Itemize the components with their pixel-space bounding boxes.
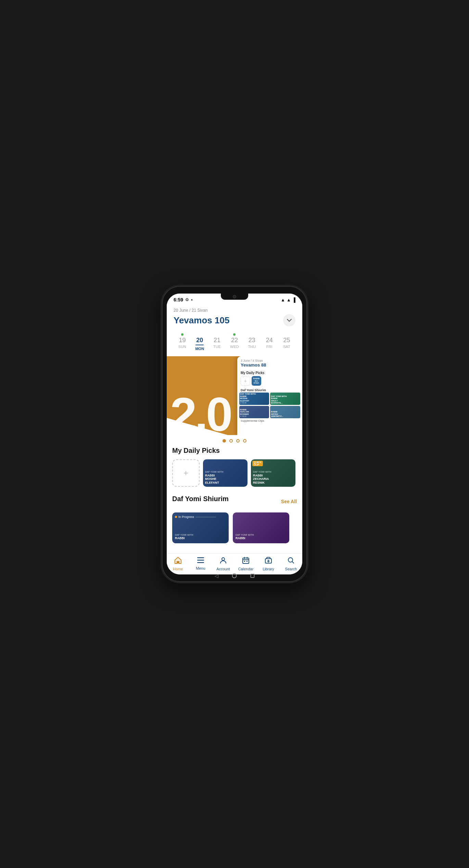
svg-point-4 [222,558,225,560]
settings-status-icon: ⚙ [185,297,189,302]
signal-icon: ▲ [287,297,291,302]
nav-home[interactable]: Home [169,556,187,571]
cal-label-sat: SAT [283,345,290,349]
nav-library[interactable]: Library [260,556,277,571]
see-all-button[interactable]: See All [281,499,297,504]
nav-calendar-label: Calendar [238,567,254,571]
account-icon [219,556,227,566]
cal-day-mon[interactable]: 20 MON [193,333,206,351]
picks-row: + DAF YOMI WITH RABBIMOSHEELEFANT QUICKC… [172,459,297,488]
preview-card-elefant: DAF YOMI WITHRABBIMOSHEELEFANT⏱ 55:08 [239,393,269,405]
back-button[interactable]: ◁ [215,573,218,579]
nav-menu-label: Menu [196,566,205,570]
daily-picks-section: My Daily Picks + DAF YOMI WITH RABBIMOSH… [167,447,302,550]
banner-section[interactable]: 2.0 3 June / 4 Sivan Yevamos 88 My Daily… [167,356,302,435]
cal-dot-tue [216,333,218,336]
cal-label-tue: TUE [213,345,221,349]
nav-search-label: Search [285,567,297,571]
bottom-nav: Home Menu [167,553,302,574]
shiur-card-1[interactable]: In Progress DAF YOMI WITH RABBI [172,512,229,543]
calendar-week: 19 SUN 20 MON 21 TUE [174,331,295,356]
svg-rect-0 [177,561,179,563]
pick-label-resnik: DAF YOMI WITH RABBIZECHARIARESNIK [253,471,271,485]
cal-label-mon: MON [195,347,204,351]
preview-header: 3 June / 4 Sivan Yevamos 88 [237,356,302,369]
cal-dot-sat [286,333,288,336]
carousel-dot-4[interactable] [243,439,246,443]
preview-daf-label: Daf Yomi Shiurim [237,387,302,393]
preview-add-btn: + [241,376,250,386]
cal-num-thu: 23 [249,337,255,343]
scroll-content: 20 June / 21 Sivan Yevamos 105 19 SUN [167,305,302,553]
cal-day-wed[interactable]: 22 WED [228,333,241,351]
preview-card-sruly: DAF YOMI WITHRABBISRULYBORNSTE... [270,393,300,405]
status-time: 6:59 [174,297,183,302]
shiur-label-1: DAF YOMI WITH RABBI [175,533,193,541]
carousel-dot-1[interactable] [223,439,226,443]
status-icons-right: ▲ ▲ ▐ [281,297,295,302]
quick-clip-badge: QUICKCLIP [252,461,263,466]
nav-menu[interactable]: Menu [192,556,209,571]
cal-num-tue: 21 [214,337,220,343]
cal-day-sat[interactable]: 25 SAT [280,333,293,351]
cal-dot-wed [233,333,236,336]
preview-card-aryeh: RABBIARYEHLEBOWITZ... [270,406,300,418]
menu-icon [197,556,205,565]
nav-home-label: Home [173,567,183,571]
cal-label-thu: THU [248,345,256,349]
cal-day-tue[interactable]: 21 TUE [210,333,224,351]
carousel-dot-3[interactable] [236,439,240,443]
in-progress-badge: In Progress [175,515,216,519]
pick-card-elefant[interactable]: DAF YOMI WITH RABBIMOSHEELEFANT [203,459,248,487]
in-progress-label: In Progress [178,515,194,519]
cal-dot-thu [251,333,253,336]
cal-num-fri: 24 [266,337,273,343]
cal-day-thu[interactable]: 23 THU [245,333,259,351]
preview-avatar: RABBIELISTEF. [252,376,261,386]
date-label: 20 June / 21 Sivan [174,308,295,313]
svg-rect-2 [197,560,204,561]
cal-num-sun: 19 [179,337,186,343]
recents-button[interactable] [251,574,255,578]
cal-day-sun[interactable]: 19 SUN [175,333,189,351]
cal-dot-fri [268,333,270,336]
home-icon [174,556,182,566]
nav-calendar[interactable]: Calendar [237,556,254,571]
in-progress-dot [175,516,177,518]
cal-underline-mon [195,345,204,345]
cal-num-sat: 25 [283,337,290,343]
cal-day-fri[interactable]: 24 FRI [263,333,276,351]
page-title: Yevamos 105 [174,315,229,326]
nav-search[interactable]: Search [282,556,300,571]
shiurim-row: In Progress DAF YOMI WITH RABBI DAF YOMI… [172,512,297,545]
wifi-icon: ▲ [281,297,285,302]
cal-label-sun: SUN [178,345,186,349]
home-button[interactable] [232,573,237,578]
phone-screen: 6:59 ⚙ ▪ ▲ ▲ ▐ 20 June / 21 Sivan Yevamo… [167,294,302,574]
cal-label-fri: FRI [266,345,272,349]
banner-slide: 2.0 3 June / 4 Sivan Yevamos 88 My Daily… [167,356,302,435]
phone-frame: 6:59 ⚙ ▪ ▲ ▲ ▐ 20 June / 21 Sivan Yevamo… [163,287,306,581]
cal-num-mon: 20 [196,337,203,343]
camera-bump [221,294,248,300]
add-pick-button[interactable]: + [172,459,200,487]
nav-library-label: Library [263,567,274,571]
carousel-dots [167,435,302,447]
dropdown-button[interactable] [283,314,295,326]
banner-phone-preview: 3 June / 4 Sivan Yevamos 88 My Daily Pic… [237,356,302,435]
preview-grid: DAF YOMI WITHRABBIMOSHEELEFANT⏱ 55:08 DA… [237,393,302,418]
carousel-dot-2[interactable] [229,439,233,443]
pick-label-elefant: DAF YOMI WITH RABBIMOSHEELEFANT [205,471,224,485]
pick-card-resnik[interactable]: QUICKCLIP DAF YOMI WITH RABBIZECHARIARES… [251,459,295,487]
header-section: 20 June / 21 Sivan Yevamos 105 19 SUN [167,305,302,356]
cal-label-wed: WED [230,345,239,349]
shiur-card-2[interactable]: DAF YOMI WITH RABBI [233,512,289,543]
cal-dot-mon [199,333,201,336]
preview-card-rosner: RABBISHALOMROSNER⏱ 49:22 [239,406,269,418]
nav-account[interactable]: Account [215,556,232,571]
status-left: 6:59 ⚙ ▪ [174,297,192,302]
preview-picks-label: My Daily Picks [241,371,299,375]
cal-dot-sun [181,333,183,336]
preview-supp-label: Supplemental Clips [237,418,302,423]
daily-picks-title: My Daily Picks [172,447,297,455]
